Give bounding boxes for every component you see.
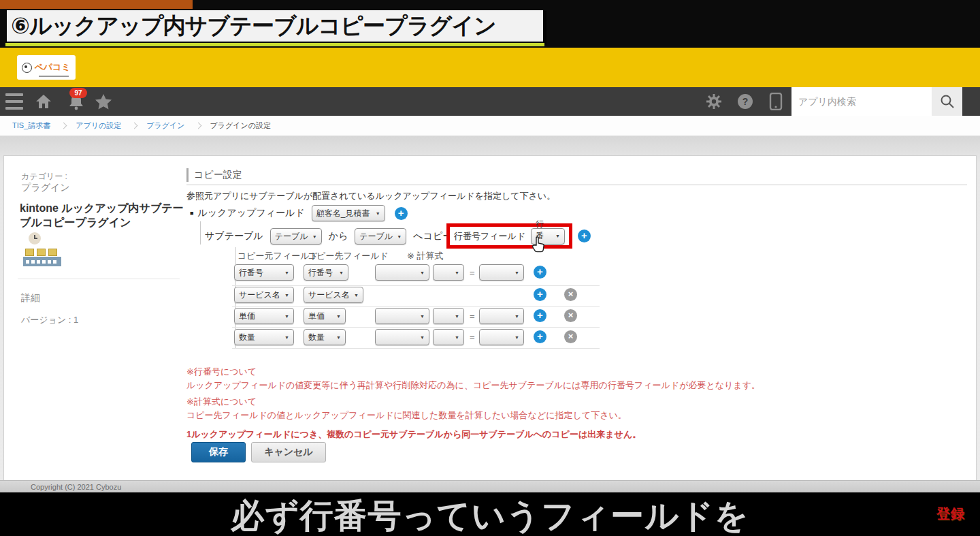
subtable-row: サブテーブル テーブル から テーブル へコピー bbox=[205, 228, 452, 245]
search-input[interactable] bbox=[791, 87, 932, 116]
remove-mapping-row-button[interactable]: × bbox=[564, 330, 577, 343]
add-mapping-row-button[interactable]: + bbox=[534, 330, 546, 343]
plugin-settings-card: カテゴリー : プラグイン kintone ルックアップ内サブテーブルコピープラ… bbox=[3, 155, 977, 480]
lookup-field-select[interactable]: 顧客名_見積書 bbox=[312, 205, 385, 221]
hand-cursor-icon bbox=[532, 236, 545, 253]
copyright-text: Copyright (C) 2021 Cybozu bbox=[31, 483, 121, 491]
subscribe-button[interactable]: 登録 bbox=[936, 505, 965, 523]
subtitle-band: 必ず行番号っていうフィールドを 登録 bbox=[0, 492, 980, 536]
question-icon: ? bbox=[738, 94, 753, 109]
row-separator bbox=[232, 285, 600, 286]
section-underline bbox=[186, 185, 967, 185]
add-lookup-button[interactable]: + bbox=[395, 207, 408, 220]
section-header: コピー設定 bbox=[186, 168, 242, 182]
note-limit: 1ルックアップフィールドにつき、複数のコピー元サブテーブルから同一サブテーブルへ… bbox=[186, 428, 641, 441]
green-accent-bar bbox=[5, 43, 544, 46]
logo-text: ペパコミ bbox=[34, 61, 70, 74]
dest-field-select[interactable]: 単価 bbox=[304, 308, 346, 324]
subtable-to-select[interactable]: テーブル bbox=[355, 228, 406, 245]
calc-column-header: ※ 計算式 bbox=[407, 250, 444, 262]
video-subtitle: 必ず行番号っていうフィールドを bbox=[0, 494, 980, 536]
calc-operator-select[interactable] bbox=[433, 329, 464, 345]
settings-button[interactable] bbox=[704, 92, 723, 111]
star-icon bbox=[95, 93, 112, 110]
screen: ⑥ルックアップ内サブテーブルコピープラグイン ペパコミ 小川 喜句 bbox=[0, 0, 980, 536]
row-separator bbox=[232, 348, 600, 349]
pepakomi-logo[interactable]: ペパコミ bbox=[17, 55, 76, 80]
calc-operand1-select[interactable] bbox=[375, 329, 429, 345]
source-field-select[interactable]: サービス名 bbox=[234, 287, 294, 303]
breadcrumb-plugin[interactable]: プラグイン bbox=[146, 121, 184, 131]
equals-sign: = bbox=[470, 311, 475, 321]
tree-connector-line bbox=[200, 221, 201, 245]
copyright-bar: Copyright (C) 2021 Cybozu bbox=[0, 480, 980, 492]
calc-operand1-select[interactable] bbox=[375, 264, 429, 281]
calc-result-select[interactable] bbox=[479, 264, 524, 281]
lookup-field-label: ルックアップフィールド bbox=[197, 207, 304, 219]
calc-operand1-select[interactable] bbox=[375, 308, 429, 324]
calc-operator-select[interactable] bbox=[433, 308, 464, 324]
plugin-icon bbox=[23, 232, 64, 270]
add-mapping-row-button[interactable]: + bbox=[534, 288, 546, 301]
breadcrumb-app-settings[interactable]: アプリの設定 bbox=[76, 121, 121, 131]
orange-accent-bar bbox=[0, 0, 193, 9]
logo-mascot-icon bbox=[22, 63, 32, 73]
breadcrumb-separator-icon bbox=[131, 123, 138, 129]
breadcrumb-plugin-settings: プラグインの設定 bbox=[210, 121, 272, 131]
clock-icon bbox=[29, 232, 41, 245]
hamburger-menu-button[interactable] bbox=[5, 93, 23, 110]
mobile-view-button[interactable] bbox=[766, 92, 785, 111]
row-number-highlight-box: 行番号フィールド 行番号 bbox=[446, 223, 572, 249]
video-title: ⑥ルックアップ内サブテーブルコピープラグイン bbox=[11, 11, 496, 42]
breadcrumb-separator-icon bbox=[61, 123, 67, 129]
app-header: ペパコミ 小川 喜句 bbox=[0, 48, 980, 87]
section-accent-bar bbox=[186, 168, 189, 182]
note-row-number-title: ※行番号について bbox=[186, 366, 257, 378]
row-separator bbox=[232, 327, 600, 328]
save-button[interactable]: 保存 bbox=[191, 442, 246, 462]
home-button[interactable] bbox=[34, 92, 53, 111]
category-label: カテゴリー : bbox=[21, 171, 67, 183]
breadcrumb-app[interactable]: TIS_請求書 bbox=[12, 121, 50, 131]
remove-mapping-row-button[interactable]: × bbox=[564, 288, 577, 301]
version-label: バージョン : 1 bbox=[21, 314, 78, 326]
breadcrumb-separator-icon bbox=[195, 123, 201, 129]
favorites-button[interactable] bbox=[94, 92, 113, 111]
dest-field-column-header: コピー先フィールド bbox=[308, 250, 389, 262]
help-button[interactable]: ? bbox=[736, 92, 755, 111]
kara-label: から bbox=[329, 230, 348, 242]
calc-operator-select[interactable] bbox=[433, 264, 464, 281]
subtable-label: サブテーブル bbox=[205, 230, 263, 242]
app-search bbox=[791, 87, 962, 116]
global-nav-bar: 97 ? bbox=[0, 87, 980, 116]
breadcrumb: TIS_請求書 アプリの設定 プラグイン プラグインの設定 bbox=[0, 116, 980, 136]
subtable-from-select[interactable]: テーブル bbox=[270, 228, 322, 245]
video-title-band: ⑥ルックアップ内サブテーブルコピープラグイン bbox=[0, 0, 980, 48]
plugin-name: kintone ルックアップ内サブテーブルコピープラグイン bbox=[20, 201, 189, 230]
dest-field-select[interactable]: サービス名 bbox=[304, 287, 363, 303]
lookup-field-row: ■ ルックアップフィールド 顧客名_見積書 + bbox=[190, 205, 408, 221]
mobile-device-icon bbox=[769, 93, 783, 110]
add-subtable-button[interactable]: + bbox=[578, 230, 591, 242]
remove-mapping-row-button[interactable]: × bbox=[564, 309, 577, 322]
add-mapping-row-button[interactable]: + bbox=[534, 309, 546, 322]
calc-result-select[interactable] bbox=[479, 329, 524, 345]
category-value: プラグイン bbox=[21, 182, 70, 194]
section-description: 参照元アプリにサブテーブルが配置されているルックアップフィールドを指定して下さい… bbox=[186, 190, 555, 202]
bullet-icon: ■ bbox=[190, 210, 193, 217]
section-title: コピー設定 bbox=[194, 169, 242, 181]
dest-field-select[interactable]: 数量 bbox=[304, 329, 346, 345]
calc-result-select[interactable] bbox=[479, 308, 524, 324]
video-title-box: ⑥ルックアップ内サブテーブルコピープラグイン bbox=[5, 9, 544, 43]
source-field-select[interactable]: 行番号 bbox=[234, 264, 294, 281]
row-separator bbox=[232, 306, 600, 307]
notification-count-badge: 97 bbox=[69, 88, 87, 98]
dest-field-select[interactable]: 行番号 bbox=[304, 264, 348, 281]
home-icon bbox=[35, 93, 52, 110]
logo-tagline bbox=[39, 76, 69, 77]
source-field-select[interactable]: 数量 bbox=[234, 329, 294, 345]
add-mapping-row-button[interactable]: + bbox=[534, 266, 546, 279]
cancel-button[interactable]: キャンセル bbox=[251, 442, 326, 462]
source-field-select[interactable]: 単価 bbox=[234, 308, 294, 324]
search-button[interactable] bbox=[932, 87, 962, 116]
